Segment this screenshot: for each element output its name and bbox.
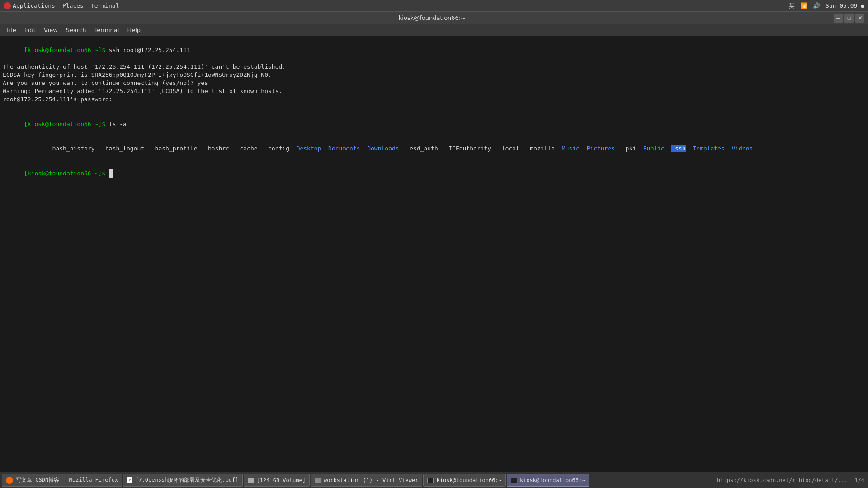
taskbar-firefox[interactable]: 写文章-CSDN博客 - Mozilla Firefox [2, 474, 122, 487]
taskbar-terminal-1-label: kiosk@foundation66:~ [436, 477, 502, 483]
menu-search[interactable]: Search [62, 26, 90, 34]
public-item: Public [643, 145, 665, 152]
menu-file[interactable]: File [3, 26, 20, 34]
config-item: .config [258, 145, 297, 152]
menu-view[interactable]: View [40, 26, 61, 34]
title-bar: kiosk@foundation66:~ ─ □ ✕ [0, 12, 868, 24]
drive-icon [248, 478, 254, 483]
applications-label: Applications [13, 2, 55, 9]
taskbar: 写文章-CSDN博客 - Mozilla Firefox P [7.Openss… [0, 472, 868, 488]
menu-bar: File Edit View Search Terminal Help [0, 24, 868, 36]
terminal-line-ls: [kiosk@foundation66 ~]$ ls -a [3, 112, 865, 137]
places-menu[interactable]: Places [62, 2, 84, 9]
datetime: Sun 05:09 ● [826, 2, 864, 9]
terminal-icon-2 [511, 478, 517, 483]
cache-item: .cache [236, 145, 258, 152]
terminal-line-4: Are you sure you want to continue connec… [3, 79, 865, 87]
pdf-icon: P [127, 477, 132, 483]
terminal-menu[interactable]: Terminal [91, 2, 119, 9]
terminal-line-files1: . .. .bash_history .bash_logout .bash_pr… [3, 136, 865, 161]
taskbar-terminal-1[interactable]: kiosk@foundation66:~ [423, 474, 506, 487]
taskbar-drive[interactable]: [124 GB Volume] [244, 474, 310, 487]
ssh-item: .ssh [671, 145, 685, 152]
terminal-line-prompt-final: [kiosk@foundation66 ~]$ [3, 161, 865, 186]
taskbar-terminal-2[interactable]: kiosk@foundation66:~ [507, 474, 590, 487]
maximize-button[interactable]: □ [844, 14, 854, 23]
terminal-line-6: root@172.25.254.111's password: [3, 95, 865, 103]
network-icon: 📶 [800, 2, 807, 9]
language-indicator: 英 [789, 2, 795, 10]
terminal-line-1: [kiosk@foundation66 ~]$ ssh root@172.25.… [3, 38, 865, 63]
applications-menu[interactable]: Applications [4, 2, 55, 9]
templates-item: Templates [693, 145, 724, 152]
taskbar-pdf-label: [7.Openssh服务的部署及安全优化.pdf] [135, 476, 238, 484]
taskbar-virt-viewer[interactable]: workstation (1) - Virt Viewer [311, 474, 423, 487]
firefox-icon [6, 477, 13, 484]
vm-icon [315, 478, 321, 483]
taskbar-pdf[interactable]: P [7.Openssh服务的部署及安全优化.pdf] [123, 474, 242, 487]
taskbar-drive-label: [124 GB Volume] [257, 477, 306, 483]
cursor-block [109, 169, 113, 178]
desktop-item: Desktop [297, 145, 321, 152]
system-bar-right: 英 📶 🔊 Sun 05:09 ● [789, 2, 864, 10]
pictures-item: Pictures [586, 145, 615, 152]
taskbar-virt-viewer-label: workstation (1) - Virt Viewer [324, 477, 419, 483]
taskbar-terminal-2-label: kiosk@foundation66:~ [520, 477, 585, 483]
terminal-line-3: ECDSA key fingerprint is SHA256:p0Q1OJmy… [3, 71, 865, 79]
prompt-ls: [kiosk@foundation66 ~]$ [24, 121, 109, 127]
terminal-line-2: The authenticity of host '172.25.254.111… [3, 63, 865, 71]
menu-help[interactable]: Help [123, 26, 144, 34]
taskbar-firefox-label: 写文章-CSDN博客 - Mozilla Firefox [16, 476, 118, 484]
system-bar: Applications Places Terminal 英 📶 🔊 Sun 0… [0, 0, 868, 12]
window-controls: ─ □ ✕ [834, 14, 864, 23]
documents-item: Documents [328, 145, 360, 152]
volume-icon: 🔊 [813, 2, 820, 9]
taskbar-page-indicator: 1/4 [854, 477, 864, 483]
close-button[interactable]: ✕ [855, 14, 864, 23]
taskbar-right-url: https://kiosk.csdn.net/m_blog/detail/...… [717, 477, 866, 483]
dot-files: . .. .bash_history .bash_logout .bash_pr… [24, 145, 236, 152]
prompt-final: [kiosk@foundation66 ~]$ [24, 170, 109, 177]
terminal-line-blank [3, 104, 865, 112]
cmd-ls: ls -a [109, 121, 127, 127]
prompt-1: [kiosk@foundation66 ~]$ [24, 47, 109, 53]
taskbar-url-text: https://kiosk.csdn.net/m_blog/detail/... [717, 477, 848, 483]
window-title: kiosk@foundation66:~ [31, 14, 834, 21]
terminal-line-5: Warning: Permanently added '172.25.254.1… [3, 87, 865, 95]
minimize-button[interactable]: ─ [834, 14, 843, 23]
cmd-1: ssh root@172.25.254.111 [109, 47, 190, 53]
menu-edit[interactable]: Edit [21, 26, 39, 34]
terminal-icon-1 [427, 478, 434, 483]
menu-terminal[interactable]: Terminal [90, 26, 123, 34]
videos-item: Videos [731, 145, 753, 152]
downloads-item: Downloads [367, 145, 399, 152]
terminal-window: kiosk@foundation66:~ ─ □ ✕ File Edit Vie… [0, 12, 868, 472]
terminal-content[interactable]: [kiosk@foundation66 ~]$ ssh root@172.25.… [0, 36, 868, 472]
system-bar-left: Applications Places Terminal [4, 2, 119, 9]
app-icon [4, 2, 11, 9]
music-item: Music [562, 145, 580, 152]
